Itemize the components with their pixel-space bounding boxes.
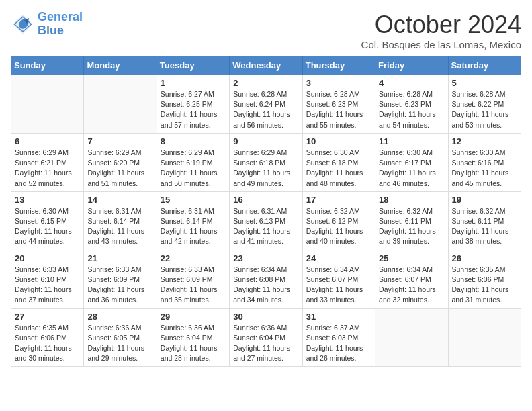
- day-number: 16: [233, 195, 298, 205]
- calendar-cell: 22Sunrise: 6:33 AM Sunset: 6:09 PM Dayli…: [157, 250, 229, 308]
- day-number: 18: [379, 195, 444, 205]
- day-number: 26: [452, 253, 517, 263]
- weekday-header: Saturday: [448, 56, 521, 75]
- day-number: 2: [233, 78, 298, 88]
- page-header: General Blue October 2024 Col. Bosques d…: [11, 11, 521, 50]
- day-info: Sunrise: 6:30 AM Sunset: 6:15 PM Dayligh…: [15, 206, 80, 247]
- day-info: Sunrise: 6:33 AM Sunset: 6:10 PM Dayligh…: [15, 265, 80, 306]
- weekday-header: Friday: [375, 56, 448, 75]
- day-info: Sunrise: 6:31 AM Sunset: 6:13 PM Dayligh…: [233, 206, 298, 247]
- weekday-header: Monday: [84, 56, 157, 75]
- day-info: Sunrise: 6:28 AM Sunset: 6:23 PM Dayligh…: [379, 89, 444, 130]
- day-info: Sunrise: 6:28 AM Sunset: 6:24 PM Dayligh…: [233, 89, 298, 130]
- day-info: Sunrise: 6:30 AM Sunset: 6:16 PM Dayligh…: [452, 148, 517, 189]
- calendar-cell: 5Sunrise: 6:28 AM Sunset: 6:22 PM Daylig…: [448, 75, 521, 134]
- day-info: Sunrise: 6:34 AM Sunset: 6:07 PM Dayligh…: [306, 265, 371, 306]
- day-number: 22: [161, 253, 226, 263]
- day-number: 12: [452, 136, 517, 146]
- location: Col. Bosques de las Lomas, Mexico: [361, 39, 521, 50]
- month-title: October 2024: [361, 11, 521, 39]
- day-number: 6: [15, 136, 80, 146]
- calendar-week-row: 6Sunrise: 6:29 AM Sunset: 6:21 PM Daylig…: [11, 133, 521, 191]
- day-info: Sunrise: 6:36 AM Sunset: 6:04 PM Dayligh…: [233, 323, 298, 364]
- calendar-cell: [84, 75, 157, 134]
- day-info: Sunrise: 6:33 AM Sunset: 6:09 PM Dayligh…: [87, 265, 152, 306]
- calendar-cell: 10Sunrise: 6:30 AM Sunset: 6:18 PM Dayli…: [302, 133, 375, 191]
- day-info: Sunrise: 6:30 AM Sunset: 6:18 PM Dayligh…: [306, 148, 371, 189]
- calendar-cell: 11Sunrise: 6:30 AM Sunset: 6:17 PM Dayli…: [375, 133, 448, 191]
- calendar-week-row: 20Sunrise: 6:33 AM Sunset: 6:10 PM Dayli…: [11, 250, 521, 308]
- day-info: Sunrise: 6:31 AM Sunset: 6:14 PM Dayligh…: [87, 206, 152, 247]
- day-info: Sunrise: 6:29 AM Sunset: 6:20 PM Dayligh…: [87, 148, 152, 189]
- calendar-cell: [11, 75, 84, 134]
- day-number: 7: [87, 136, 152, 146]
- calendar-cell: 2Sunrise: 6:28 AM Sunset: 6:24 PM Daylig…: [230, 75, 302, 134]
- calendar-cell: 25Sunrise: 6:34 AM Sunset: 6:07 PM Dayli…: [375, 250, 448, 308]
- day-number: 13: [15, 195, 80, 205]
- day-number: 31: [306, 312, 371, 322]
- day-info: Sunrise: 6:31 AM Sunset: 6:14 PM Dayligh…: [161, 206, 226, 247]
- day-info: Sunrise: 6:34 AM Sunset: 6:08 PM Dayligh…: [233, 265, 298, 306]
- logo-text: General Blue: [38, 11, 83, 38]
- calendar-cell: 19Sunrise: 6:32 AM Sunset: 6:11 PM Dayli…: [448, 191, 521, 250]
- calendar-cell: 28Sunrise: 6:36 AM Sunset: 6:05 PM Dayli…: [84, 308, 157, 367]
- calendar-cell: 1Sunrise: 6:27 AM Sunset: 6:25 PM Daylig…: [157, 75, 229, 134]
- day-number: 15: [161, 195, 226, 205]
- calendar-cell: 24Sunrise: 6:34 AM Sunset: 6:07 PM Dayli…: [302, 250, 375, 308]
- calendar-cell: 15Sunrise: 6:31 AM Sunset: 6:14 PM Dayli…: [157, 191, 229, 250]
- day-number: 4: [379, 78, 444, 88]
- calendar-cell: 17Sunrise: 6:32 AM Sunset: 6:12 PM Dayli…: [302, 191, 375, 250]
- calendar-cell: 21Sunrise: 6:33 AM Sunset: 6:09 PM Dayli…: [84, 250, 157, 308]
- logo: General Blue: [11, 11, 83, 38]
- calendar-cell: 31Sunrise: 6:37 AM Sunset: 6:03 PM Dayli…: [302, 308, 375, 367]
- day-info: Sunrise: 6:33 AM Sunset: 6:09 PM Dayligh…: [161, 265, 226, 306]
- calendar-cell: 8Sunrise: 6:29 AM Sunset: 6:19 PM Daylig…: [157, 133, 229, 191]
- day-info: Sunrise: 6:29 AM Sunset: 6:21 PM Dayligh…: [15, 148, 80, 189]
- day-number: 1: [161, 78, 226, 88]
- day-info: Sunrise: 6:27 AM Sunset: 6:25 PM Dayligh…: [161, 89, 226, 130]
- calendar-cell: 29Sunrise: 6:36 AM Sunset: 6:04 PM Dayli…: [157, 308, 229, 367]
- day-number: 14: [87, 195, 152, 205]
- day-info: Sunrise: 6:29 AM Sunset: 6:18 PM Dayligh…: [233, 148, 298, 189]
- weekday-header: Sunday: [11, 56, 84, 75]
- day-number: 30: [233, 312, 298, 322]
- calendar-week-row: 1Sunrise: 6:27 AM Sunset: 6:25 PM Daylig…: [11, 75, 521, 134]
- day-info: Sunrise: 6:36 AM Sunset: 6:05 PM Dayligh…: [87, 323, 152, 364]
- calendar-cell: 26Sunrise: 6:35 AM Sunset: 6:06 PM Dayli…: [448, 250, 521, 308]
- calendar-week-row: 27Sunrise: 6:35 AM Sunset: 6:06 PM Dayli…: [11, 308, 521, 367]
- calendar-cell: 16Sunrise: 6:31 AM Sunset: 6:13 PM Dayli…: [230, 191, 302, 250]
- calendar-cell: 27Sunrise: 6:35 AM Sunset: 6:06 PM Dayli…: [11, 308, 84, 367]
- calendar-week-row: 13Sunrise: 6:30 AM Sunset: 6:15 PM Dayli…: [11, 191, 521, 250]
- day-info: Sunrise: 6:35 AM Sunset: 6:06 PM Dayligh…: [15, 323, 80, 364]
- day-number: 28: [87, 312, 152, 322]
- calendar-table: SundayMondayTuesdayWednesdayThursdayFrid…: [11, 56, 521, 367]
- day-info: Sunrise: 6:32 AM Sunset: 6:12 PM Dayligh…: [306, 206, 371, 247]
- day-info: Sunrise: 6:34 AM Sunset: 6:07 PM Dayligh…: [379, 265, 444, 306]
- day-number: 20: [15, 253, 80, 263]
- calendar-cell: 12Sunrise: 6:30 AM Sunset: 6:16 PM Dayli…: [448, 133, 521, 191]
- weekday-header: Thursday: [302, 56, 375, 75]
- calendar-cell: 9Sunrise: 6:29 AM Sunset: 6:18 PM Daylig…: [230, 133, 302, 191]
- calendar-cell: 3Sunrise: 6:28 AM Sunset: 6:23 PM Daylig…: [302, 75, 375, 134]
- day-number: 25: [379, 253, 444, 263]
- day-number: 5: [452, 78, 517, 88]
- calendar-cell: 20Sunrise: 6:33 AM Sunset: 6:10 PM Dayli…: [11, 250, 84, 308]
- calendar-cell: 4Sunrise: 6:28 AM Sunset: 6:23 PM Daylig…: [375, 75, 448, 134]
- day-info: Sunrise: 6:30 AM Sunset: 6:17 PM Dayligh…: [379, 148, 444, 189]
- day-info: Sunrise: 6:32 AM Sunset: 6:11 PM Dayligh…: [379, 206, 444, 247]
- calendar-cell: 18Sunrise: 6:32 AM Sunset: 6:11 PM Dayli…: [375, 191, 448, 250]
- day-number: 10: [306, 136, 371, 146]
- calendar-header-row: SundayMondayTuesdayWednesdayThursdayFrid…: [11, 56, 521, 75]
- day-number: 11: [379, 136, 444, 146]
- calendar-cell: 23Sunrise: 6:34 AM Sunset: 6:08 PM Dayli…: [230, 250, 302, 308]
- day-number: 23: [233, 253, 298, 263]
- calendar-cell: 7Sunrise: 6:29 AM Sunset: 6:20 PM Daylig…: [84, 133, 157, 191]
- day-info: Sunrise: 6:37 AM Sunset: 6:03 PM Dayligh…: [306, 323, 371, 364]
- weekday-header: Tuesday: [157, 56, 229, 75]
- day-number: 8: [161, 136, 226, 146]
- title-block: October 2024 Col. Bosques de las Lomas, …: [361, 11, 521, 50]
- calendar-cell: [375, 308, 448, 367]
- day-info: Sunrise: 6:35 AM Sunset: 6:06 PM Dayligh…: [452, 265, 517, 306]
- logo-icon: [11, 12, 35, 36]
- day-number: 3: [306, 78, 371, 88]
